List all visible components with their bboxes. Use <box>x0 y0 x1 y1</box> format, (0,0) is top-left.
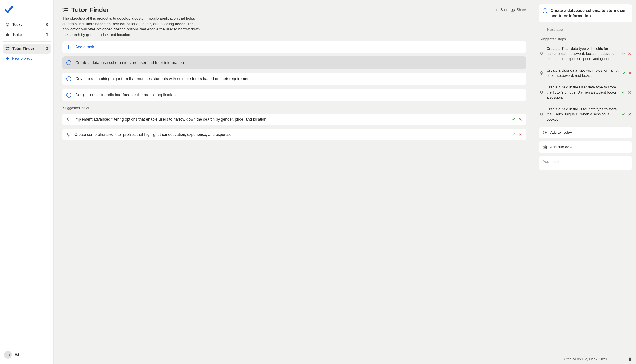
sun-icon <box>5 22 10 27</box>
suggested-tasks-label: Suggested tasks <box>63 106 526 110</box>
step-text: Create a field in the User data type to … <box>547 85 619 100</box>
sort-label: Sort <box>500 8 507 12</box>
accept-button[interactable] <box>622 91 625 94</box>
svg-point-18 <box>512 9 513 10</box>
lightbulb-icon <box>67 132 71 137</box>
share-icon <box>511 8 515 12</box>
task-checkbox[interactable] <box>67 76 71 81</box>
task-checkbox[interactable] <box>67 60 71 65</box>
reject-button[interactable] <box>518 132 522 136</box>
task-text: Create a database schema to store user a… <box>75 60 522 66</box>
task-detail-panel: Create a database schema to store user a… <box>535 0 636 364</box>
task-row[interactable]: Develop a matching algorithm that matche… <box>63 72 526 85</box>
lightbulb-icon <box>539 112 543 116</box>
svg-point-17 <box>114 11 114 12</box>
svg-line-41 <box>543 131 544 132</box>
accept-button[interactable] <box>622 112 625 116</box>
svg-point-49 <box>544 147 544 148</box>
reject-button[interactable] <box>628 112 631 116</box>
sidebar-item-label: New project <box>12 56 32 61</box>
accept-reject <box>511 132 522 136</box>
sort-button[interactable]: Sort <box>496 8 507 12</box>
reject-button[interactable] <box>628 91 631 94</box>
svg-line-44 <box>546 131 546 132</box>
sidebar-item-count: 3 <box>46 47 48 51</box>
sidebar-divider <box>3 42 51 42</box>
user-name: Ed <box>15 353 19 357</box>
notes-input[interactable]: Add notes <box>539 156 632 170</box>
task-row[interactable]: Design a user-friendly interface for the… <box>63 89 526 101</box>
add-due-date-button[interactable]: Add due date <box>539 142 632 153</box>
task-checkbox[interactable] <box>67 93 71 98</box>
step-text: Create a Tutor data type with fields for… <box>547 46 619 61</box>
suggested-step-row: Create a User data type with fields for … <box>539 66 632 80</box>
notes-placeholder: Add notes <box>543 160 560 164</box>
svg-point-36 <box>544 132 546 133</box>
app-logo <box>3 5 51 20</box>
project-title-row: Tutor Finder Sort <box>63 6 526 14</box>
task-text: Design a user-friendly interface for the… <box>75 92 522 98</box>
suggested-step-row: Create a field in the Tutor data type to… <box>539 105 632 124</box>
created-label: Created on Tue, Mar 7, 2023 <box>564 357 607 361</box>
trash-icon[interactable] <box>628 357 632 361</box>
task-text: Create comprehensive tutor profiles that… <box>74 132 508 138</box>
add-to-today-label: Add to Today <box>550 130 572 135</box>
svg-point-16 <box>114 10 114 10</box>
sidebar: Today 0 Tasks 3 Tutor Finder 3 New proje… <box>0 0 54 364</box>
add-task-input[interactable]: Add a task <box>63 41 526 53</box>
more-vert-icon[interactable] <box>112 8 116 12</box>
step-text: Create a field in the Tutor data type to… <box>547 106 619 122</box>
accept-button[interactable] <box>622 52 625 55</box>
accept-button[interactable] <box>511 117 515 121</box>
detail-footer: Created on Tue, Mar 7, 2023 <box>539 354 632 361</box>
sidebar-item-tasks[interactable]: Tasks 3 <box>3 30 51 39</box>
add-to-today-button[interactable]: Add to Today <box>539 127 632 138</box>
project-title: Tutor Finder <box>71 6 109 14</box>
accept-reject <box>622 112 631 116</box>
sidebar-item-count: 0 <box>46 23 48 27</box>
svg-point-15 <box>114 8 114 9</box>
reject-button[interactable] <box>628 52 631 55</box>
accept-reject <box>622 91 631 94</box>
sidebar-item-count: 3 <box>46 32 48 36</box>
reject-button[interactable] <box>518 117 522 121</box>
svg-line-6 <box>9 26 9 26</box>
task-row[interactable]: Create a database schema to store user a… <box>63 56 526 69</box>
sidebar-user[interactable]: ED Ed <box>3 349 51 360</box>
add-task-label: Add a task <box>75 45 94 50</box>
svg-point-51 <box>545 147 546 148</box>
accept-button[interactable] <box>511 132 515 136</box>
detail-title-card: Create a database schema to store user a… <box>539 4 632 22</box>
sidebar-new-project[interactable]: New project <box>3 54 51 63</box>
suggested-step-row: Create a field in the User data type to … <box>539 83 632 102</box>
reject-button[interactable] <box>628 71 631 75</box>
sun-icon <box>543 130 547 135</box>
suggested-task-row: Create comprehensive tutor profiles that… <box>63 129 526 140</box>
svg-line-43 <box>543 134 544 134</box>
next-step-placeholder: Next step <box>547 28 563 32</box>
suggested-task-row: Implement advanced filtering options tha… <box>63 114 526 125</box>
step-text: Create a User data type with fields for … <box>547 68 619 78</box>
logo-checkmark-icon <box>5 6 13 13</box>
sidebar-item-project-tutor-finder[interactable]: Tutor Finder 3 <box>3 44 51 54</box>
suggested-step-row: Create a Tutor data type with fields for… <box>539 44 632 63</box>
svg-line-5 <box>6 24 7 24</box>
share-button[interactable]: Share <box>511 8 526 12</box>
sidebar-item-label: Tasks <box>12 32 22 36</box>
sidebar-item-label: Today <box>12 22 22 27</box>
sort-icon <box>496 8 499 12</box>
svg-line-8 <box>9 24 9 24</box>
project-actions: Sort Share <box>496 8 526 12</box>
task-checkbox[interactable] <box>543 8 547 13</box>
accept-button[interactable] <box>622 71 625 75</box>
lightbulb-icon <box>67 117 71 122</box>
project-header: Tutor Finder Sort <box>63 6 526 38</box>
checklist-icon <box>5 46 10 51</box>
next-step-input[interactable]: Next step <box>539 25 632 33</box>
lightbulb-icon <box>539 90 543 94</box>
sidebar-item-today[interactable]: Today 0 <box>3 20 51 30</box>
accept-reject <box>622 52 631 55</box>
plus-icon <box>540 28 544 32</box>
add-due-date-label: Add due date <box>550 145 572 149</box>
svg-point-19 <box>514 9 515 10</box>
